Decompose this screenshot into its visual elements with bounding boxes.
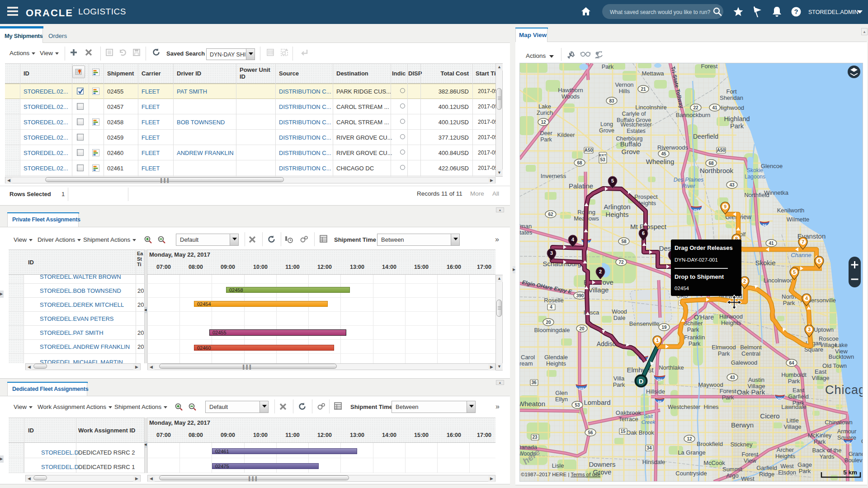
- svg-text:290: 290: [777, 397, 783, 401]
- svg-text:Dale: Dale: [613, 314, 626, 321]
- svg-text:72: 72: [618, 260, 624, 265]
- svg-text:6: 6: [642, 230, 645, 236]
- svg-text:Des Plaines: Des Plaines: [674, 177, 704, 183]
- svg-text:43: 43: [730, 375, 735, 380]
- svg-text:Woods: Woods: [561, 93, 580, 100]
- svg-text:Village: Village: [589, 286, 609, 294]
- svg-text:Lisle: Lisle: [552, 462, 564, 469]
- svg-text:Back of the: Back of the: [812, 447, 841, 454]
- svg-text:Highland: Highland: [724, 115, 750, 122]
- svg-text:La Grange: La Grange: [678, 449, 705, 456]
- svg-text:Park: Park: [783, 300, 795, 306]
- svg-text:90: 90: [846, 441, 850, 445]
- svg-text:?: ?: [794, 8, 798, 15]
- svg-text:Cicero: Cicero: [760, 412, 779, 420]
- svg-text:Gage: Gage: [797, 461, 812, 468]
- svg-text:Drop to Shipment: Drop to Shipment: [675, 273, 724, 280]
- svg-text:Highwood: Highwood: [718, 104, 744, 111]
- svg-text:68: 68: [577, 160, 582, 165]
- svg-text:DYN-DAY-027-001: DYN-DAY-027-001: [675, 257, 718, 263]
- svg-text:58: 58: [621, 239, 627, 244]
- svg-text:Park: Park: [602, 63, 614, 70]
- svg-text:Creek: Creek: [642, 419, 656, 425]
- svg-text:Ellyn: Ellyn: [555, 396, 568, 403]
- svg-text:Ridge: Ridge: [759, 471, 774, 478]
- svg-text:Bannockburn: Bannockburn: [676, 112, 711, 118]
- svg-text:Oakbrook: Oakbrook: [616, 409, 642, 416]
- svg-text:Garfield: Garfield: [756, 465, 777, 471]
- svg-text:Garfield: Garfield: [788, 393, 809, 400]
- svg-text:56: 56: [588, 430, 593, 435]
- svg-text:West: West: [780, 463, 794, 469]
- svg-text:Berwyn: Berwyn: [731, 421, 754, 429]
- svg-text:Villa: Villa: [613, 375, 625, 382]
- svg-text:Heights: Heights: [775, 453, 796, 460]
- svg-text:Franklin: Franklin: [684, 334, 705, 341]
- svg-text:Roselle: Roselle: [544, 297, 563, 304]
- svg-text:Chinatown: Chinatown: [825, 419, 852, 426]
- svg-text:5: 5: [793, 269, 796, 275]
- svg-text:Zurich: Zurich: [537, 109, 553, 116]
- svg-text:Park: Park: [722, 394, 734, 401]
- svg-text:88: 88: [658, 400, 662, 404]
- svg-text:Glen: Glen: [555, 389, 567, 396]
- svg-text:Grove: Grove: [599, 127, 614, 134]
- svg-text:ream: ream: [519, 360, 533, 367]
- svg-text:12: 12: [687, 436, 692, 441]
- svg-text:Central: Central: [741, 350, 760, 357]
- svg-text:A50: A50: [585, 148, 593, 153]
- svg-text:Winnetka: Winnetka: [764, 189, 789, 196]
- svg-text:Boulevard: Boulevard: [844, 457, 863, 464]
- svg-text:Wheeling: Wheeling: [646, 158, 675, 165]
- svg-text:Heights: Heights: [721, 319, 741, 326]
- svg-text:Sheridan: Sheridan: [720, 94, 743, 101]
- svg-text:Grove: Grove: [622, 148, 640, 155]
- svg-text:1: 1: [656, 338, 659, 343]
- svg-text:EXT: EXT: [599, 153, 606, 157]
- svg-text:Mettawa: Mettawa: [642, 70, 664, 77]
- svg-text:©1987–2017 HERE | Terms of use: ©1987–2017 HERE | Terms of use: [521, 472, 600, 477]
- svg-text:355: 355: [579, 387, 585, 391]
- svg-text:Yards: Yards: [820, 453, 835, 460]
- svg-text:390: 390: [576, 293, 584, 298]
- svg-text:4: 4: [571, 237, 575, 242]
- svg-text:34: 34: [646, 446, 652, 450]
- svg-text:Galewood: Galewood: [731, 359, 758, 366]
- svg-text:Forest: Forest: [720, 388, 736, 394]
- svg-text:Westchester: Westchester: [620, 122, 651, 128]
- svg-text:Bucktown: Bucktown: [829, 353, 854, 360]
- svg-text:Countryside: Countryside: [675, 470, 707, 477]
- svg-text:McCook: McCook: [703, 460, 725, 466]
- svg-text:Forest: Forest: [742, 451, 759, 458]
- svg-text:Wood: Wood: [612, 308, 627, 315]
- svg-text:15: 15: [620, 429, 626, 434]
- svg-text:Westchester: Westchester: [668, 404, 701, 410]
- svg-text:Maywood: Maywood: [698, 381, 723, 388]
- svg-text:Lincolnshire: Lincolnshire: [635, 104, 666, 111]
- svg-text:21: 21: [641, 87, 646, 92]
- svg-text:East: East: [793, 387, 804, 394]
- svg-text:states: states: [519, 229, 533, 236]
- svg-text:D: D: [639, 377, 644, 385]
- svg-text:6: 6: [818, 258, 821, 263]
- svg-text:294: 294: [693, 208, 699, 212]
- svg-text:Vernon: Vernon: [615, 81, 633, 88]
- svg-text:Stickney: Stickney: [730, 441, 753, 448]
- svg-text:5: 5: [611, 178, 614, 183]
- svg-text:Terrace: Terrace: [618, 416, 638, 422]
- svg-text:9: 9: [724, 204, 726, 209]
- svg-text:Grand: Grand: [849, 450, 863, 457]
- svg-text:Schiller: Schiller: [684, 320, 703, 327]
- svg-text:19: 19: [661, 325, 667, 330]
- svg-text:Arlington: Arlington: [604, 203, 630, 211]
- svg-text:Downers: Downers: [589, 460, 615, 468]
- svg-text:Lagoons: Lagoons: [745, 174, 765, 180]
- svg-text:Hawthorn: Hawthorn: [558, 87, 583, 94]
- svg-text:Inverness: Inverness: [541, 173, 566, 179]
- svg-text:12: 12: [541, 120, 546, 125]
- svg-text:Park: Park: [814, 438, 826, 445]
- svg-text:Heights: Heights: [546, 360, 566, 367]
- svg-text:Deer: Deer: [540, 130, 552, 136]
- svg-text:Village: Village: [784, 423, 802, 430]
- svg-text:Chicago: Chicago: [825, 383, 863, 397]
